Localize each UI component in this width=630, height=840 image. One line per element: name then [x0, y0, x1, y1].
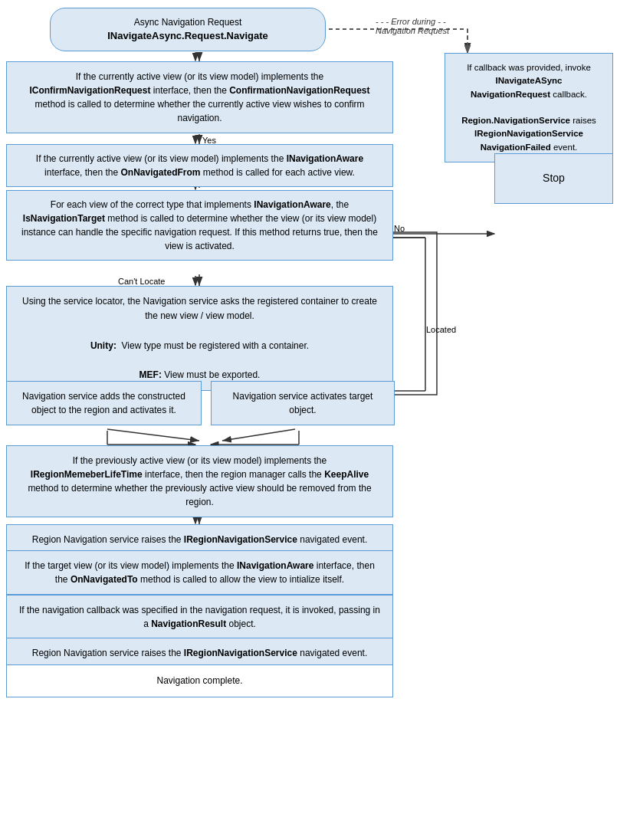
- svg-line-12: [222, 429, 295, 441]
- no-label: No: [394, 224, 405, 233]
- stop-box: Stop: [494, 153, 613, 204]
- start-box: Async Navigation Request INavigateAsync.…: [50, 8, 326, 51]
- onnavigatedto-box: If the target view (or its view model) i…: [6, 550, 393, 595]
- servicelocator-box: Using the service locator, the Navigatio…: [6, 286, 393, 391]
- error-text: If callback was provided, invoke INaviga…: [454, 61, 603, 154]
- located-label: Located: [426, 325, 456, 334]
- keepalive-box: If the previously active view (or its vi…: [6, 445, 393, 517]
- start-text2: INavigateAsync.Request.Navigate: [63, 29, 313, 43]
- flowchart-container: Async Navigation Request INavigateAsync.…: [0, 0, 630, 15]
- start-text1: Async Navigation Request: [63, 16, 313, 29]
- svg-line-11: [107, 429, 199, 441]
- navigatedevent2-box: Region Navigation service raises the IRe…: [6, 638, 393, 668]
- callback-box: If the navigation callback was specified…: [6, 595, 393, 639]
- activatetarget-box: Navigation service activates target obje…: [211, 381, 395, 425]
- addtoregion-box: Navigation service adds the constructed …: [6, 381, 202, 425]
- navaware-box: If the currently active view (or its vie…: [6, 144, 393, 187]
- error-during-label: - - - Error during - -Navigation Request: [376, 17, 449, 35]
- error-box: If callback was provided, invoke INaviga…: [445, 53, 613, 162]
- stop-label: Stop: [543, 172, 565, 184]
- confirm-box: If the currently active view (or its vie…: [6, 61, 393, 133]
- isnavtarget-box: For each view of the correct type that i…: [6, 190, 393, 261]
- cantlocate-label: Can't Locate: [118, 277, 165, 286]
- complete-box: Navigation complete.: [6, 664, 393, 697]
